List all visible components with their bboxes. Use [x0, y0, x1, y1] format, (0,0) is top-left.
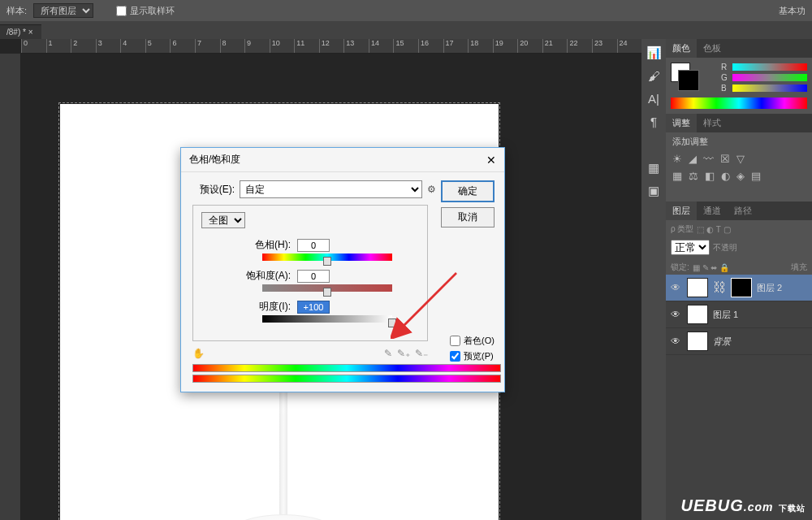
layer-thumbnail[interactable]: [687, 278, 708, 297]
lightness-label: 明度(I):: [201, 300, 291, 314]
levels-icon[interactable]: ◢: [689, 153, 697, 165]
spectrum-bars: [192, 364, 501, 383]
gear-icon[interactable]: ⚙: [427, 184, 436, 195]
basic-function-label[interactable]: 基本功: [779, 5, 806, 17]
adjustment-group: 全图 色相(H): 饱和度(A): 明度(I): [192, 205, 428, 341]
tab-adjustments[interactable]: 调整: [666, 114, 697, 132]
tab-layers[interactable]: 图层: [666, 202, 697, 220]
eyedropper-group: ✋ ✎ ✎₊ ✎₋: [192, 348, 428, 359]
layer-item[interactable]: 👁 图层 1: [666, 301, 812, 328]
hand-icon[interactable]: ✋: [192, 348, 205, 359]
curves-icon[interactable]: 〰: [703, 153, 714, 165]
tab-color[interactable]: 颜色: [666, 39, 697, 58]
lookup-icon[interactable]: ▤: [751, 170, 761, 182]
layer-item[interactable]: 👁 ⛓ 图层 2: [666, 275, 812, 301]
show-sample-ring[interactable]: 显示取样环: [116, 5, 175, 17]
dialog-title: 色相/饱和度: [189, 153, 240, 167]
layers-panel: ρ 类型 ⬚ ◐ T ▢ 正常 不透明 锁定: ▦ ✎ ⬌ 🔒 填充 👁: [666, 220, 812, 520]
blend-mode-dropdown[interactable]: 正常: [671, 240, 710, 255]
lightness-input[interactable]: [297, 301, 330, 314]
layer-thumbnail[interactable]: [687, 332, 708, 351]
document-tab[interactable]: /8#) * ×: [0, 24, 41, 39]
tab-paths[interactable]: 路径: [728, 202, 758, 220]
layer-mask-thumbnail[interactable]: [731, 278, 752, 297]
eyedropper-add-icon[interactable]: ✎₊: [397, 348, 410, 359]
dialog-titlebar[interactable]: 色相/饱和度 ✕: [181, 148, 504, 172]
paragraph-icon[interactable]: ¶: [645, 112, 663, 130]
histogram-icon[interactable]: 📊: [645, 44, 663, 62]
hue-label: 色相(H):: [201, 238, 291, 252]
color-panel: R G B: [666, 58, 812, 114]
presets-icon[interactable]: ▦: [645, 159, 663, 177]
preset-dropdown[interactable]: 自定: [240, 180, 422, 198]
color-spectrum[interactable]: [671, 98, 807, 109]
tab-swatches[interactable]: 色板: [697, 39, 728, 58]
foreground-background-swatch[interactable]: [671, 63, 690, 82]
sample-label: 样本:: [6, 5, 27, 17]
cancel-button[interactable]: 取消: [441, 207, 495, 228]
sample-ring-checkbox[interactable]: [116, 6, 127, 16]
channel-mixer-icon[interactable]: ◈: [736, 170, 745, 182]
ruler-vertical: [0, 54, 21, 520]
hue-saturation-dialog: 色相/饱和度 ✕ 确定 取消 预设(E): 自定 ⚙ 全图 色相: [180, 147, 505, 392]
ok-button[interactable]: 确定: [441, 180, 495, 202]
hue-slider[interactable]: [262, 254, 392, 261]
colorize-checkbox[interactable]: 着色(O): [450, 335, 495, 347]
adjustments-panel: 添加调整 ☀ ◢ 〰 ☒ ▽ ▦ ⚖ ◧ ◐ ◈ ▤: [666, 132, 812, 185]
watermark: UEBUG.com 下载站: [681, 496, 806, 515]
saturation-slider[interactable]: [262, 284, 392, 292]
tab-styles[interactable]: 样式: [697, 114, 728, 132]
exposure-icon[interactable]: ☒: [720, 153, 730, 165]
layer-list: 👁 ⛓ 图层 2 👁 图层 1 👁 背景: [666, 275, 812, 520]
channel-dropdown[interactable]: 全图: [201, 212, 245, 228]
preview-checkbox[interactable]: 预览(P): [450, 350, 495, 362]
r-slider[interactable]: [732, 63, 807, 71]
preset-label: 预设(E):: [192, 183, 235, 197]
ruler-horizontal: 0123456789101112131415161718192021222324: [21, 39, 641, 54]
eyedropper-subtract-icon[interactable]: ✎₋: [415, 348, 428, 359]
b-slider[interactable]: [732, 84, 807, 92]
right-panels: 颜色 色板 R G B 调整 样式 添加调整: [666, 39, 812, 520]
clone-icon[interactable]: ▣: [645, 182, 663, 200]
type-icon[interactable]: A|: [645, 89, 663, 107]
photo-filter-icon[interactable]: ◐: [721, 170, 730, 182]
visibility-icon[interactable]: 👁: [671, 309, 682, 320]
lock-icons[interactable]: ▦ ✎ ⬌ 🔒: [693, 263, 729, 272]
close-icon[interactable]: ✕: [486, 154, 496, 167]
main-area: 0123456789101112131415161718192021222324…: [0, 39, 812, 520]
saturation-input[interactable]: [297, 270, 330, 283]
bw-icon[interactable]: ◧: [705, 170, 715, 182]
vibrance-icon[interactable]: ▽: [736, 153, 745, 165]
canvas-area[interactable]: 0123456789101112131415161718192021222324…: [0, 39, 641, 520]
saturation-label: 饱和度(A):: [201, 269, 291, 283]
eyedropper-icon[interactable]: ✎: [384, 348, 392, 359]
visibility-icon[interactable]: 👁: [671, 282, 682, 293]
layer-item[interactable]: 👁 背景: [666, 328, 812, 355]
color-balance-icon[interactable]: ⚖: [689, 170, 698, 182]
brush-settings-icon[interactable]: 🖌: [645, 67, 663, 84]
lightness-slider[interactable]: [262, 315, 392, 323]
tab-channels[interactable]: 通道: [697, 202, 728, 220]
layer-thumbnail[interactable]: [687, 305, 708, 324]
document-tabs: /8#) * ×: [0, 21, 812, 39]
g-slider[interactable]: [732, 74, 807, 81]
brightness-icon[interactable]: ☀: [672, 153, 682, 165]
sample-dropdown[interactable]: 所有图层: [33, 3, 93, 18]
visibility-icon[interactable]: 👁: [671, 336, 682, 347]
link-icon: ⛓: [713, 280, 726, 295]
hue-sat-icon[interactable]: ▦: [672, 170, 682, 182]
hue-input[interactable]: [297, 239, 330, 252]
options-bar: 样本: 所有图层 显示取样环 基本功: [0, 0, 812, 21]
tool-column: 📊 🖌 A| ¶ ▦ ▣: [641, 39, 666, 520]
